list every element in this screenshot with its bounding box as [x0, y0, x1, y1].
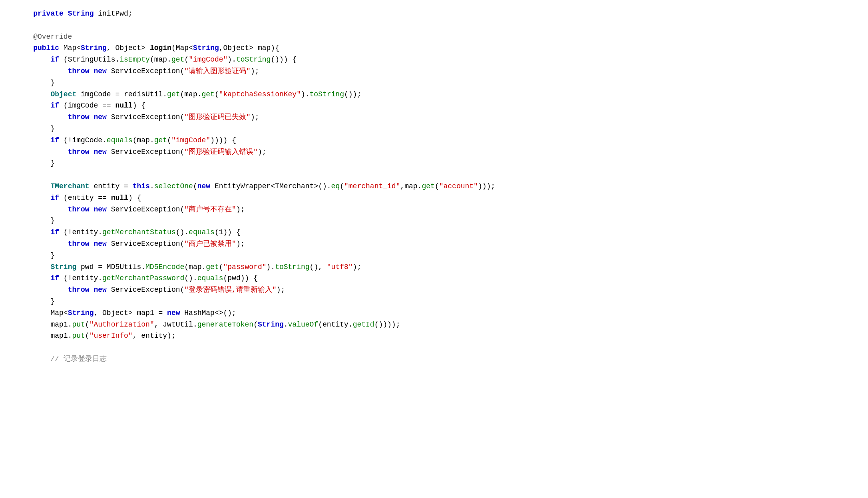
code-token: (map. [180, 90, 201, 98]
code-token: "account" [439, 182, 478, 190]
code-token: ). [301, 90, 310, 98]
code-line: throw new ServiceException("登录密码错误,请重新输入… [16, 284, 852, 296]
code-token: @Override [16, 33, 72, 41]
code-token: get [202, 90, 215, 98]
code-line: TMerchant entity = this.selectOne(new En… [16, 181, 852, 192]
code-line: // 记录登录日志 [16, 353, 852, 365]
code-line: map1.put("userInfo", entity); [16, 330, 852, 342]
code-token: new [94, 286, 106, 294]
code-token: toString [310, 90, 344, 98]
code-token: ); [251, 67, 259, 75]
code-token: initPwd; [94, 10, 132, 18]
code-token: get [154, 136, 167, 144]
code-token: equals [197, 274, 223, 282]
code-token [16, 136, 50, 144]
code-token [90, 240, 94, 248]
code-line: if (imgCode == null) { [16, 100, 852, 112]
code-token [16, 102, 50, 110]
code-token: ( [85, 332, 90, 340]
code-line: } [16, 77, 852, 89]
code-token: put [72, 321, 85, 329]
code-token [16, 148, 68, 156]
code-token: ( [253, 321, 258, 329]
code-token: ) { [133, 102, 145, 110]
code-token [16, 240, 68, 248]
code-token: "商户号不存在" [184, 205, 236, 213]
code-line: throw new ServiceException("请输入图形验证码"); [16, 66, 852, 77]
code-token: toString [236, 56, 271, 64]
code-container: private String initPwd; @Override public… [16, 8, 852, 365]
code-token: ( [435, 182, 439, 190]
code-token: Object [50, 90, 76, 98]
code-token: ,map. [400, 182, 422, 190]
code-token: (). [184, 274, 197, 282]
code-line [16, 169, 852, 181]
code-token: new [94, 240, 106, 248]
code-line: if (entity == null) { [16, 192, 852, 204]
code-token: new [197, 182, 210, 190]
code-token: ( [167, 136, 171, 144]
code-token: ()); [344, 90, 361, 98]
code-token: ( [219, 263, 223, 271]
code-token: generateToken [197, 321, 253, 329]
code-token [16, 44, 33, 52]
code-line: String pwd = MD5Utils.MD5Encode(map.get(… [16, 261, 852, 273]
code-token: (1)) { [215, 228, 241, 236]
code-token: imgCode = redisUtil. [76, 90, 167, 98]
code-token: MD5Encode [145, 263, 184, 271]
code-token: ServiceException( [107, 286, 184, 294]
code-token: HashMap<>(); [180, 309, 236, 317]
code-token: "utf8" [327, 263, 353, 271]
code-token: TMerchant [50, 182, 89, 190]
code-token: } [16, 217, 55, 225]
code-token: ( [193, 182, 197, 190]
code-token: put [72, 332, 85, 340]
code-token: new [167, 309, 180, 317]
code-token: get [206, 263, 219, 271]
code-token: selectOne [154, 182, 193, 190]
code-token: } [16, 125, 55, 133]
code-token: ServiceException( [107, 113, 184, 121]
code-token: String [50, 263, 76, 271]
code-token: new [94, 148, 106, 156]
code-token: get [167, 90, 180, 98]
code-token: (StringUtils. [59, 56, 119, 64]
code-line: } [16, 157, 852, 169]
code-line: if (!entity.getMerchantStatus().equals(1… [16, 227, 852, 238]
code-token: getMerchantPassword [102, 274, 184, 282]
code-token: ); [258, 148, 267, 156]
code-token: } [16, 297, 55, 305]
code-line: throw new ServiceException("图形验证码已失效"); [16, 112, 852, 123]
code-token: new [94, 113, 106, 121]
code-token: } [16, 251, 55, 259]
code-token: // 记录登录日志 [50, 355, 106, 363]
code-token: "请输入图形验证码" [184, 67, 251, 75]
code-token: (map. [150, 56, 171, 64]
code-token: > map1 = [128, 309, 167, 317]
code-token: throw [68, 113, 90, 121]
code-token: ); [236, 240, 245, 248]
code-token: String [81, 44, 107, 52]
code-token: ). [267, 263, 275, 271]
code-token: ); [236, 205, 245, 213]
code-token: ServiceException( [107, 67, 184, 75]
code-token: public [33, 44, 59, 52]
code-token: new [94, 67, 106, 75]
code-token: throw [68, 286, 90, 294]
code-token: )))) { [210, 136, 236, 144]
code-token: "userInfo" [90, 332, 133, 340]
code-token: throw [68, 240, 90, 248]
code-token: "imgCode" [189, 56, 227, 64]
code-token: (map. [133, 136, 154, 144]
code-token [16, 182, 50, 190]
code-line: if (StringUtils.isEmpty(map.get("imgCode… [16, 54, 852, 66]
code-token: null [115, 102, 132, 110]
code-line: public Map<String, Object> login(Map<Str… [16, 42, 852, 54]
code-token: "商户已被禁用" [184, 240, 236, 248]
code-token: "kaptchaSessionKey" [219, 90, 301, 98]
code-token [16, 56, 50, 64]
code-token: if [50, 56, 59, 64]
code-token [90, 67, 94, 75]
code-token: "图形验证码输入错误" [184, 148, 258, 156]
code-token: valueOf [288, 321, 319, 329]
